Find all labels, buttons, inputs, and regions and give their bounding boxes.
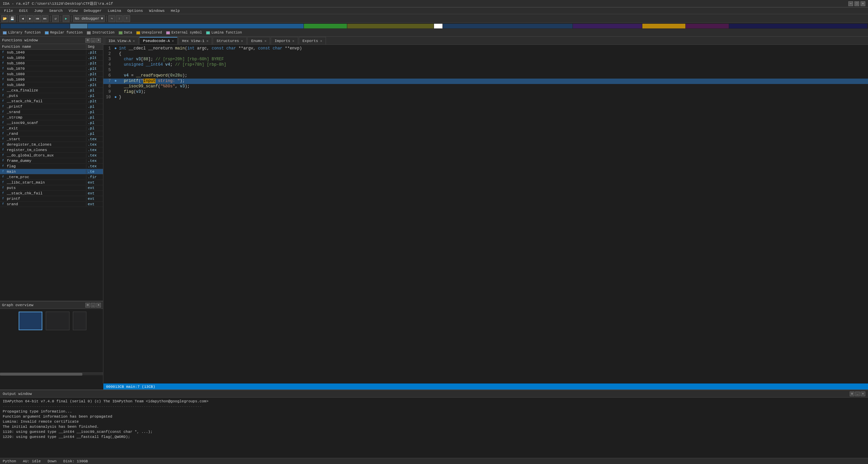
toolbar-save[interactable]: 💾 xyxy=(9,15,16,22)
func-row-exit[interactable]: f _exit .pl xyxy=(0,126,103,131)
menu-options[interactable]: Options xyxy=(125,8,146,14)
close-button[interactable]: ✕ xyxy=(861,1,865,6)
tab-enums-close[interactable]: ✕ xyxy=(264,39,266,43)
menu-jump[interactable]: Jump xyxy=(32,8,46,14)
menu-search[interactable]: Search xyxy=(46,8,65,14)
func-row-printf[interactable]: f _printf .pl xyxy=(0,104,103,109)
tab-exports-close[interactable]: ✕ xyxy=(320,39,322,43)
func-row-puts2[interactable]: f puts ext xyxy=(0,185,103,191)
func-row-srand2[interactable]: f srand ext xyxy=(0,202,103,207)
output-close[interactable]: ✕ xyxy=(861,392,865,396)
func-row-global-dtors[interactable]: f __do_global_dtors_aux .tex xyxy=(0,153,103,158)
menu-lumina[interactable]: Lumina xyxy=(105,8,124,14)
func-row-frame-dummy[interactable]: f frame_dummy .tex xyxy=(0,158,103,164)
line-content-6: v4 = __readfsqword(0x28u); xyxy=(118,73,868,78)
output-minimize[interactable]: _ xyxy=(855,392,860,396)
func-row-cxa-finalize[interactable]: f __cxa_finalize .pl xyxy=(0,88,103,93)
code-area[interactable]: 1 ● int __cdecl __noreturn main(int argc… xyxy=(103,45,868,383)
maximize-button[interactable]: □ xyxy=(854,1,859,6)
output-expand[interactable]: ⊡ xyxy=(850,392,854,396)
toolbar-step-over[interactable]: ↷ xyxy=(108,15,115,22)
func-row-sub1060[interactable]: f sub_1060 .plt xyxy=(0,61,103,66)
debugger-dropdown[interactable]: No debugger ▼ xyxy=(73,15,105,22)
func-row-sub10a0[interactable]: f sub_10A0 .plt xyxy=(0,82,103,88)
functions-window-close[interactable]: ✕ xyxy=(96,38,101,43)
func-icon-strcmp: f xyxy=(1,115,5,120)
toolbar-step-out[interactable]: ↑ xyxy=(123,15,130,22)
func-row-libc-start-main[interactable]: f __libc_start_main ext xyxy=(0,180,103,185)
menu-edit[interactable]: Edit xyxy=(16,8,30,14)
func-row-deregister[interactable]: f deregister_tm_clones .tex xyxy=(0,142,103,147)
tab-structures[interactable]: Structures ✕ xyxy=(213,37,247,44)
toolbar-run[interactable]: ▶ xyxy=(63,15,69,22)
graph-overview-minimize[interactable]: _ xyxy=(91,303,96,308)
func-row-main[interactable]: f main .te xyxy=(0,169,103,174)
tab-hex-view[interactable]: Hex View-1 ✕ xyxy=(178,37,212,44)
graph-overview-toggle[interactable]: ⊡ xyxy=(85,303,90,308)
func-row-term-proc[interactable]: f _term_proc .fir xyxy=(0,174,103,180)
toolbar-forward[interactable]: ▶ xyxy=(27,15,34,22)
func-row-rand[interactable]: f _rand .pl xyxy=(0,131,103,136)
func-row-flag[interactable]: f flag .tex xyxy=(0,164,103,169)
tab-ida-view[interactable]: IDA View-A ✕ xyxy=(105,37,139,44)
tab-exports[interactable]: Exports ✕ xyxy=(299,37,326,44)
tab-pseudocode-close[interactable]: ✕ xyxy=(172,39,174,43)
func-seg-rand: .pl xyxy=(86,132,103,136)
func-row-srand[interactable]: f _srand .pl xyxy=(0,109,103,115)
toolbar-back[interactable]: ◀ xyxy=(19,15,26,22)
title-bar: IDA - ra.elf C:\Users\13128\Desktop\CTF题… xyxy=(0,0,868,7)
toolbar-sep-5 xyxy=(106,16,107,22)
output-header-buttons: ⊡ _ ✕ xyxy=(850,392,865,396)
output-content[interactable]: IDAPython 64-bit v7.4.0 final (serial 0)… xyxy=(0,398,868,458)
func-row-stack-chk[interactable]: f __stack_chk_fail .plt xyxy=(0,99,103,104)
func-row-strcmp[interactable]: f _strcmp .pl xyxy=(0,115,103,120)
func-icon-main: f xyxy=(1,169,5,174)
line-content-9: flag(v3); xyxy=(118,89,868,94)
func-row-sub1050[interactable]: f sub_1050 .plt xyxy=(0,55,103,61)
func-row-sub1070[interactable]: f sub_1070 .plt xyxy=(0,66,103,71)
toolbar-step-into[interactable]: ↓ xyxy=(116,15,123,22)
minimize-button[interactable]: ─ xyxy=(848,1,853,6)
menu-debugger[interactable]: Debugger xyxy=(81,8,104,14)
code-line-9: 9 flag(v3); xyxy=(103,89,868,95)
func-icon-sub10a0: f xyxy=(1,83,5,87)
tab-enums[interactable]: Enums ✕ xyxy=(247,37,270,44)
functions-window-toggle[interactable]: ⊡ xyxy=(85,38,90,43)
func-row-printf2[interactable]: f printf ext xyxy=(0,196,103,202)
func-seg-sub1060: .plt xyxy=(86,61,103,65)
output-line-7: 1229: using guessed type __int64 __fastc… xyxy=(3,435,865,440)
func-row-stack-chk2[interactable]: f __stack_chk_fail ext xyxy=(0,191,103,196)
menu-windows[interactable]: Windows xyxy=(146,8,167,14)
tab-imports[interactable]: Imports ✕ xyxy=(271,37,298,44)
tab-imports-close[interactable]: ✕ xyxy=(292,39,294,43)
func-row-start[interactable]: f _start .tex xyxy=(0,136,103,142)
toolbar-prev[interactable]: ⏮ xyxy=(34,15,41,22)
func-row-sub1090[interactable]: f sub_1090 .plt xyxy=(0,77,103,82)
tab-structures-close[interactable]: ✕ xyxy=(241,39,243,43)
toolbar-refresh[interactable]: ↺ xyxy=(52,15,59,22)
func-row-puts[interactable]: f _puts .pl xyxy=(0,93,103,99)
func-icon-puts2: f xyxy=(1,186,5,190)
toolbar-open[interactable]: 📂 xyxy=(1,15,8,22)
menu-view[interactable]: View xyxy=(66,8,80,14)
legend-color-data xyxy=(119,31,123,35)
functions-scrollbar[interactable] xyxy=(0,373,103,375)
functions-window-minimize[interactable]: _ xyxy=(91,38,96,43)
func-row-sub1040[interactable]: f sub_1040 .plt xyxy=(0,50,103,55)
func-row-sub1080[interactable]: f sub_1080 .plt xyxy=(0,71,103,77)
menu-help[interactable]: Help xyxy=(168,8,182,14)
tab-ida-view-close[interactable]: ✕ xyxy=(133,39,135,43)
graph-overview-close[interactable]: ✕ xyxy=(96,303,101,308)
tab-hex-view-close[interactable]: ✕ xyxy=(206,39,208,43)
tab-pseudocode[interactable]: Pseudocode-A ✕ xyxy=(139,37,178,44)
menu-file[interactable]: File xyxy=(1,8,16,14)
functions-scroll-thumb[interactable] xyxy=(0,373,82,376)
toolbar-next[interactable]: ⏭ xyxy=(42,15,48,22)
func-seg-sub1070: .plt xyxy=(86,67,103,71)
menu-bar: File Edit Jump Search View Debugger Lumi… xyxy=(0,7,868,14)
func-row-register[interactable]: f register_tm_clones .tex xyxy=(0,147,103,153)
func-name-srand2: srand xyxy=(5,202,86,206)
func-row-isoc99-scanf[interactable]: f __isoc99_scanf .pl xyxy=(0,120,103,126)
line-content-3: char v3[88]; // [rsp+20h] [rbp-60h] BYRE… xyxy=(118,57,868,62)
func-name-stack-chk2: __stack_chk_fail xyxy=(5,191,86,195)
